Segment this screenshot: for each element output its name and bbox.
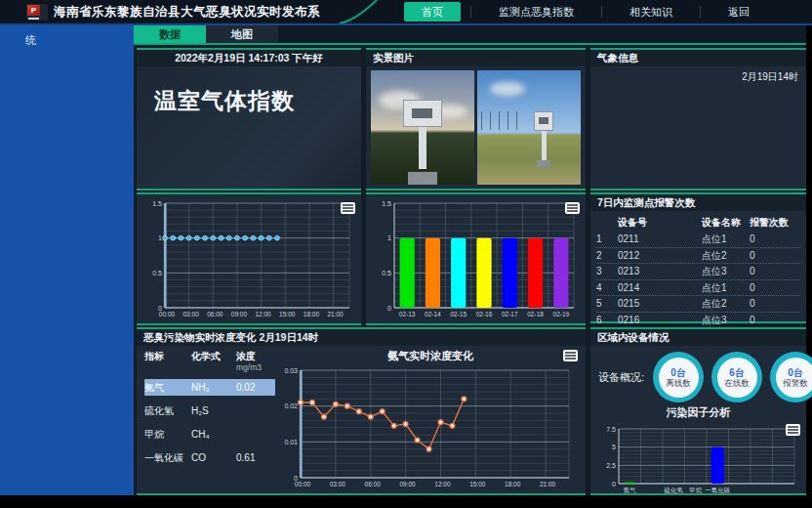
weather-header: 气象信息 — [590, 50, 806, 66]
alarm-panel: 7日内监测点报警次数 设备号 设备名称 报警次数 10211点位1020212点… — [590, 192, 806, 323]
daily-bar-chart-wrap: 00.511.502-1302-1402-1502-1602-1702-1802… — [366, 194, 586, 322]
weather-time: 2月19日14时 — [590, 66, 806, 88]
alarm-device-id: 0216 — [618, 313, 702, 328]
nh3-chart-title: 氨气实时浓度变化 — [275, 348, 586, 363]
nav-item-1[interactable]: 监测点恶臭指数 — [481, 2, 591, 21]
alarm-count: 0 — [750, 232, 800, 247]
alarm-device-name: 点位1 — [702, 232, 750, 247]
greeting-panel: 2022年2月19日 14:17:03 下午好 温室气体指数 — [137, 48, 361, 190]
device-stat-value: 0台 — [788, 367, 803, 378]
greenhouse-chart-panel: 00.511.500:0003:0006:0009:0012:0015:0018… — [137, 192, 361, 325]
svg-text:02-16: 02-16 — [476, 311, 493, 318]
station-base — [537, 160, 550, 167]
table-row: 30213点位30 — [596, 264, 800, 280]
weather-panel: 气象信息 2月19日14时 — [590, 48, 806, 190]
svg-text:03:00: 03:00 — [183, 311, 200, 318]
dashboard-page: P 海南省乐东黎族自治县大气恶臭状况实时发布系 首页监测点恶臭指数相关知识返回 … — [0, 0, 812, 508]
svg-text:18:00: 18:00 — [505, 481, 521, 487]
alarm-count: 0 — [750, 280, 800, 296]
svg-text:7.5: 7.5 — [606, 426, 616, 433]
svg-text:21:00: 21:00 — [540, 481, 556, 487]
odor-table-body: 氨气NH₃0.02硫化氢H₂S甲烷CH₄一氧化碳CO0.61 — [144, 379, 275, 466]
svg-text:15:00: 15:00 — [279, 311, 296, 318]
photo-fence — [481, 111, 525, 130]
svg-text:1.5: 1.5 — [382, 200, 391, 207]
odor-panel: 恶臭污染物实时浓度变化 2月19日14时 指标 化学式 浓度 mg/m3 氨气N… — [137, 327, 586, 495]
svg-text:09:00: 09:00 — [399, 481, 416, 487]
device-stat-inner: 0台报警数 — [776, 358, 812, 398]
device-stats-row: 设备概况: 0台离线数6台在线数0台报警数 — [590, 346, 806, 404]
chart-menu-icon[interactable] — [341, 202, 355, 214]
tab-1[interactable]: 地图 — [206, 25, 278, 43]
logo-glyph: P — [27, 5, 40, 16]
svg-text:12:00: 12:00 — [434, 481, 451, 487]
daily-bar-panel: 00.511.502-1302-1402-1502-1602-1702-1802… — [366, 192, 586, 325]
alarm-device-name: 点位2 — [702, 248, 750, 264]
station-screen — [412, 108, 432, 118]
device-stats: 0台离线数6台在线数0台报警数 — [653, 352, 812, 402]
svg-text:03:00: 03:00 — [330, 481, 346, 487]
odor-value — [236, 402, 275, 419]
photo-row — [366, 66, 586, 189]
alarm-device-id: 0213 — [618, 264, 702, 279]
chart-menu-icon[interactable] — [563, 350, 578, 361]
svg-text:15:00: 15:00 — [469, 481, 486, 487]
alarm-col-index — [596, 215, 618, 232]
svg-text:0.01: 0.01 — [284, 439, 298, 445]
alarm-row-index: 2 — [596, 248, 618, 264]
chart-menu-icon[interactable] — [786, 424, 800, 436]
odor-unit: mg/m3 — [236, 362, 275, 372]
nav-separator — [700, 6, 701, 18]
odor-table-header-row: 指标 化学式 浓度 — [144, 350, 275, 363]
odor-row: 一氧化碳CO0.61 — [144, 449, 275, 466]
site-photo-1[interactable] — [371, 70, 474, 185]
table-row: 10211点位10 — [596, 232, 800, 248]
svg-text:2.5: 2.5 — [606, 462, 616, 469]
site-photo-2[interactable] — [477, 70, 581, 185]
svg-text:0.02: 0.02 — [284, 402, 298, 409]
svg-text:5: 5 — [612, 444, 616, 450]
svg-text:09:00: 09:00 — [231, 311, 248, 318]
svg-text:00:00: 00:00 — [295, 481, 311, 487]
alarm-header: 7日内监测点报警次数 — [590, 194, 806, 211]
device-stat-inner: 0台离线数 — [659, 358, 699, 398]
odor-indicator: 一氧化碳 — [144, 449, 191, 466]
svg-text:氨气: 氨气 — [624, 487, 637, 493]
nav-item-3[interactable]: 返回 — [710, 2, 767, 21]
odor-col-formula: 化学式 — [191, 350, 236, 363]
alarm-device-id: 0215 — [618, 296, 702, 312]
device-stat-value: 0台 — [670, 367, 686, 378]
svg-text:02-18: 02-18 — [527, 311, 544, 318]
alarm-device-name: 点位1 — [702, 280, 750, 296]
device-stat-value: 6台 — [729, 367, 745, 378]
station-screen — [539, 117, 548, 124]
odor-row: 氨气NH₃0.02 — [144, 379, 275, 396]
odor-header: 恶臭污染物实时浓度变化 2月19日14时 — [137, 329, 586, 346]
tab-0[interactable]: 数据 — [134, 25, 206, 43]
odor-value: 0.61 — [236, 449, 275, 466]
odor-body: 指标 化学式 浓度 mg/m3 氨气NH₃0.02硫化氢H₂S甲烷CH₄一氧化碳… — [137, 346, 586, 493]
photo-monitoring-station — [542, 130, 547, 162]
topbar: P 海南省乐东黎族自治县大气恶臭状况实时发布系 首页监测点恶臭指数相关知识返回 — [0, 0, 812, 25]
nav-separator — [601, 6, 602, 18]
alarm-table: 设备号 设备名称 报警次数 10211点位1020212点位2030213点位3… — [590, 211, 806, 328]
svg-text:0: 0 — [612, 481, 616, 487]
device-stat-circle: 6台在线数 — [711, 352, 762, 402]
device-stat-label: 报警数 — [783, 378, 808, 388]
odor-row: 硫化氢H₂S — [144, 402, 275, 419]
device-overview-label: 设备概况: — [598, 370, 644, 385]
nav-item-0[interactable]: 首页 — [404, 2, 461, 21]
table-row: 60216点位30 — [596, 313, 800, 329]
svg-text:1.5: 1.5 — [152, 200, 162, 207]
app-logo: P — [26, 4, 48, 21]
svg-text:02-14: 02-14 — [425, 311, 441, 318]
alarm-device-id: 0211 — [618, 232, 702, 247]
odor-row: 甲烷CH₄ — [144, 426, 275, 443]
alarm-col-count: 报警次数 — [750, 215, 800, 232]
nav-item-2[interactable]: 相关知识 — [612, 2, 690, 21]
factor-chart-title: 污染因子分析 — [590, 404, 806, 420]
chart-menu-icon[interactable] — [565, 202, 580, 214]
odor-formula: NH₃ — [191, 379, 236, 396]
svg-text:02-19: 02-19 — [553, 311, 570, 318]
odor-indicator: 硫化氢 — [144, 402, 191, 419]
